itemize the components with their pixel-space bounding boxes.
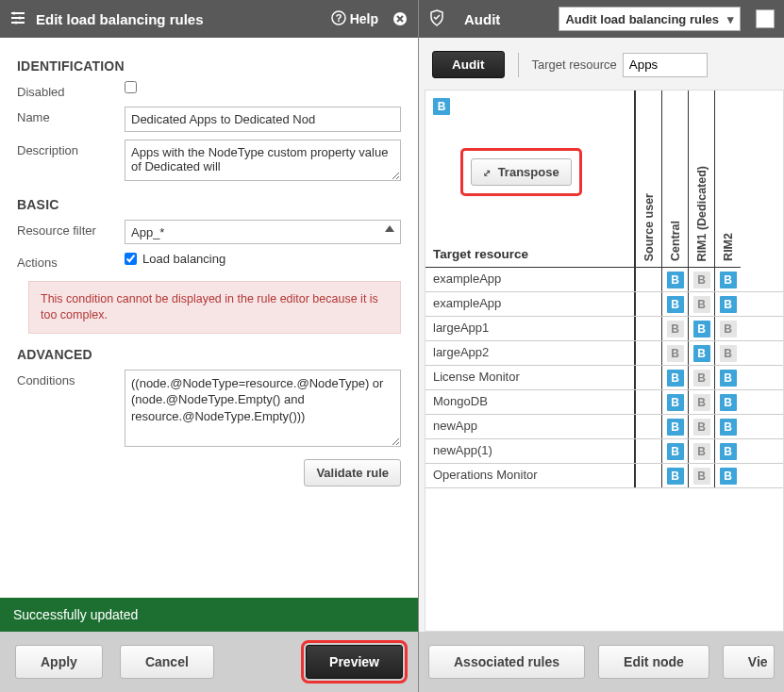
b-badge: B bbox=[667, 419, 684, 436]
svg-point-3 bbox=[13, 11, 16, 14]
audit-type-select[interactable]: Audit load balancing rules bbox=[559, 7, 741, 31]
row-name[interactable]: largeApp2 bbox=[425, 341, 635, 365]
b-badge: B bbox=[693, 345, 710, 362]
b-badge: B bbox=[667, 370, 684, 387]
row-name[interactable]: exampleApp bbox=[425, 268, 635, 291]
view-button[interactable]: Vie bbox=[723, 645, 775, 679]
edit-header: Edit load balancing rules ? Help bbox=[0, 0, 418, 38]
row-cell: B bbox=[661, 366, 688, 389]
table-row: License MonitorBBB bbox=[425, 366, 783, 390]
svg-point-4 bbox=[19, 16, 22, 19]
row-name[interactable]: Operations Monitor bbox=[425, 464, 635, 487]
audit-header: Audit Audit load balancing rules bbox=[419, 0, 784, 38]
b-badge: B bbox=[720, 394, 737, 411]
b-badge: B bbox=[720, 272, 737, 288]
row-cell: B bbox=[688, 366, 714, 389]
description-label: Description bbox=[17, 140, 125, 157]
row-cell bbox=[635, 292, 661, 316]
table-row: Operations MonitorBBB bbox=[425, 464, 783, 488]
name-input[interactable] bbox=[125, 107, 401, 132]
complex-condition-warning: This condition cannot be displayed in th… bbox=[28, 281, 401, 334]
preview-button[interactable]: Preview bbox=[306, 645, 403, 679]
b-badge: B bbox=[720, 296, 737, 313]
b-badge-inactive: B bbox=[720, 345, 737, 362]
shield-icon bbox=[428, 9, 445, 29]
edit-header-title: Edit load balancing rules bbox=[36, 11, 331, 27]
b-badge: B bbox=[720, 370, 737, 387]
conditions-input[interactable] bbox=[125, 370, 401, 447]
grid-column-header[interactable]: RIM1 (Dedicated) bbox=[688, 91, 714, 267]
b-badge-inactive: B bbox=[693, 370, 710, 387]
row-cell: B bbox=[714, 390, 741, 414]
header-checkbox[interactable] bbox=[756, 9, 775, 28]
row-cell: B bbox=[661, 292, 688, 316]
table-row: largeApp2BBB bbox=[425, 341, 783, 366]
close-icon[interactable] bbox=[392, 10, 409, 27]
svg-point-5 bbox=[15, 21, 18, 24]
svg-text:?: ? bbox=[335, 12, 342, 24]
audit-toolbar: Audit Target resource bbox=[419, 38, 784, 84]
disabled-checkbox[interactable] bbox=[125, 81, 137, 93]
help-link[interactable]: ? Help bbox=[331, 10, 378, 28]
row-name[interactable]: MongoDB bbox=[425, 390, 635, 414]
audit-header-title: Audit bbox=[464, 11, 500, 27]
b-badge: B bbox=[693, 321, 710, 338]
row-cell: B bbox=[714, 439, 741, 463]
row-cell: B bbox=[688, 268, 714, 291]
b-badge: B bbox=[720, 419, 737, 436]
b-pill-legend: B bbox=[433, 98, 450, 115]
grid-column-headers: Source userCentralRIM1 (Dedicated)RIM2 bbox=[635, 91, 741, 268]
row-cell: B bbox=[714, 415, 741, 438]
chevron-up-icon bbox=[385, 225, 394, 232]
row-cell: B bbox=[688, 415, 714, 438]
row-name[interactable]: newApp bbox=[425, 415, 635, 438]
b-badge-inactive: B bbox=[720, 321, 737, 338]
table-row: largeApp1BBB bbox=[425, 317, 783, 341]
edit-form-body: IDENTIFICATION Disabled Name Description bbox=[0, 38, 418, 598]
associated-rules-button[interactable]: Associated rules bbox=[428, 645, 585, 679]
audit-panel: Audit Audit load balancing rules Audit T… bbox=[419, 0, 784, 692]
row-name[interactable]: largeApp1 bbox=[425, 317, 635, 340]
b-badge-inactive: B bbox=[693, 394, 710, 411]
row-cell bbox=[635, 415, 661, 438]
load-balancing-checkbox[interactable] bbox=[125, 253, 137, 265]
grid-column-header[interactable]: RIM2 bbox=[714, 91, 741, 267]
row-name[interactable]: License Monitor bbox=[425, 366, 635, 389]
cancel-button[interactable]: Cancel bbox=[120, 645, 214, 679]
b-badge-inactive: B bbox=[693, 296, 710, 313]
row-cell: B bbox=[714, 317, 741, 340]
row-cell: B bbox=[688, 439, 714, 463]
help-label: Help bbox=[350, 11, 378, 26]
load-balancing-label: Load balancing bbox=[142, 252, 225, 266]
audit-button[interactable]: Audit bbox=[432, 51, 505, 78]
grid-column-header[interactable]: Central bbox=[661, 91, 688, 267]
description-input[interactable] bbox=[125, 140, 401, 181]
edit-node-button[interactable]: Edit node bbox=[598, 645, 709, 679]
b-badge-inactive: B bbox=[667, 345, 684, 362]
row-name[interactable]: exampleApp bbox=[425, 292, 635, 316]
row-cell: B bbox=[714, 464, 741, 487]
b-badge: B bbox=[667, 296, 684, 313]
status-message: Successfully updated bbox=[0, 598, 418, 632]
audit-type-value: Audit load balancing rules bbox=[565, 12, 719, 26]
b-badge: B bbox=[667, 272, 684, 288]
resource-filter-select[interactable]: App_* bbox=[125, 220, 401, 244]
section-advanced: ADVANCED bbox=[17, 347, 401, 362]
table-row: newAppBBB bbox=[425, 415, 783, 439]
table-row: exampleAppBBB bbox=[425, 292, 783, 317]
edit-rules-panel: Edit load balancing rules ? Help IDENTIF… bbox=[0, 0, 419, 692]
target-resource-input[interactable] bbox=[623, 53, 708, 77]
row-cell bbox=[635, 366, 661, 389]
section-identification: IDENTIFICATION bbox=[17, 58, 401, 74]
row-name[interactable]: newApp(1) bbox=[425, 439, 635, 463]
validate-rule-button[interactable]: Validate rule bbox=[304, 459, 401, 486]
grid-column-header[interactable]: Source user bbox=[635, 91, 661, 267]
transpose-button[interactable]: ⤢ Transpose bbox=[471, 158, 572, 186]
apply-button[interactable]: Apply bbox=[15, 645, 103, 679]
row-cell bbox=[635, 341, 661, 365]
transpose-label: Transpose bbox=[498, 165, 559, 179]
table-row: exampleAppBBB bbox=[425, 268, 783, 292]
row-cell bbox=[635, 439, 661, 463]
toolbar-divider bbox=[518, 53, 519, 77]
row-cell: B bbox=[661, 415, 688, 438]
